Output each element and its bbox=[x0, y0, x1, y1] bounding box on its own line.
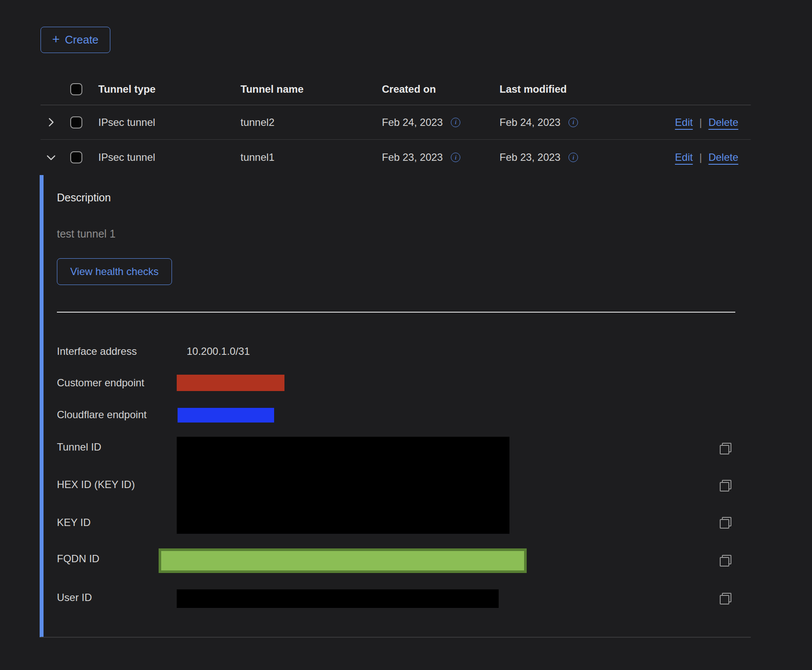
ids-redacted-values bbox=[177, 437, 509, 534]
tunnel-name-cell: tunnel2 bbox=[240, 116, 275, 128]
customer-endpoint-redacted-value bbox=[177, 375, 284, 391]
table-row: IPsec tunnel tunnel1 Feb 23, 2023 Feb 23… bbox=[41, 140, 751, 175]
info-icon[interactable] bbox=[451, 153, 460, 162]
created-on-cell: Feb 23, 2023 bbox=[382, 151, 443, 163]
user-id-redacted-value bbox=[177, 589, 499, 608]
table-row: IPsec tunnel tunnel2 Feb 24, 2023 Feb 24… bbox=[41, 105, 751, 140]
edit-link[interactable]: Edit bbox=[675, 116, 693, 128]
section-divider bbox=[57, 312, 735, 313]
fqdn-id-redacted-value bbox=[159, 548, 527, 573]
header-tunnel-name: Tunnel name bbox=[240, 83, 303, 95]
view-health-checks-button[interactable]: View health checks bbox=[57, 258, 172, 285]
info-icon[interactable] bbox=[568, 153, 578, 162]
user-id-label: User ID bbox=[57, 592, 92, 604]
cloudflare-endpoint-redacted-value bbox=[178, 408, 274, 423]
header-tunnel-type: Tunnel type bbox=[98, 83, 156, 95]
copy-icon[interactable] bbox=[720, 480, 731, 492]
copy-icon[interactable] bbox=[720, 555, 731, 567]
description-text: test tunnel 1 bbox=[57, 228, 116, 240]
action-divider: | bbox=[699, 116, 702, 128]
delete-link[interactable]: Delete bbox=[709, 151, 738, 163]
copy-icon[interactable] bbox=[720, 517, 731, 529]
create-button[interactable]: + Create bbox=[41, 27, 110, 53]
info-icon[interactable] bbox=[568, 118, 578, 127]
ipsec-tunnels-page: + Create Tunnel type Tunnel name Created… bbox=[0, 0, 812, 670]
copy-icon[interactable] bbox=[720, 443, 731, 454]
customer-endpoint-label: Customer endpoint bbox=[57, 377, 144, 389]
key-id-label: KEY ID bbox=[57, 517, 91, 529]
tunnel-name-cell: tunnel1 bbox=[240, 151, 275, 163]
tunnel-type-cell: IPsec tunnel bbox=[98, 116, 155, 128]
select-all-checkbox[interactable] bbox=[70, 83, 82, 95]
interface-address-label: Interface address bbox=[57, 345, 137, 357]
cloudflare-endpoint-label: Cloudflare endpoint bbox=[57, 409, 147, 421]
header-created-on: Created on bbox=[382, 83, 436, 95]
tunnel-id-label: Tunnel ID bbox=[57, 441, 101, 453]
plus-icon: + bbox=[52, 33, 60, 46]
last-modified-cell: Feb 23, 2023 bbox=[500, 151, 560, 163]
created-on-cell: Feb 24, 2023 bbox=[382, 116, 443, 128]
expanded-row-accent-bar bbox=[40, 175, 44, 637]
table-header: Tunnel type Tunnel name Created on Last … bbox=[41, 73, 751, 105]
tunnel-type-cell: IPsec tunnel bbox=[98, 151, 155, 163]
fqdn-id-label: FQDN ID bbox=[57, 553, 100, 565]
chevron-right-icon[interactable] bbox=[43, 115, 59, 130]
info-icon[interactable] bbox=[451, 118, 460, 127]
interface-address-value: 10.200.1.0/31 bbox=[187, 345, 250, 357]
row-checkbox[interactable] bbox=[70, 116, 82, 128]
hex-id-label: HEX ID (KEY ID) bbox=[57, 479, 135, 491]
header-last-modified: Last modified bbox=[500, 83, 567, 95]
table-bottom-border bbox=[41, 637, 751, 638]
copy-icon[interactable] bbox=[720, 593, 731, 604]
create-button-label: Create bbox=[65, 33, 99, 47]
edit-link[interactable]: Edit bbox=[675, 151, 693, 163]
row-checkbox[interactable] bbox=[70, 151, 82, 163]
description-label: Description bbox=[57, 191, 111, 204]
action-divider: | bbox=[699, 151, 702, 163]
last-modified-cell: Feb 24, 2023 bbox=[500, 116, 560, 128]
chevron-down-icon[interactable] bbox=[43, 150, 59, 165]
delete-link[interactable]: Delete bbox=[709, 116, 738, 128]
